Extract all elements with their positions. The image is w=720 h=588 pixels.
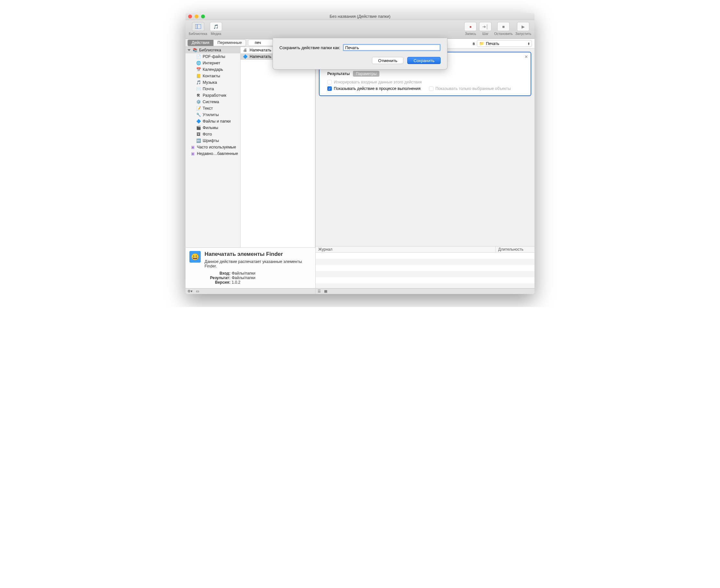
stop-icon: ■ [502, 24, 505, 29]
step-icon: ➔│ [482, 24, 488, 29]
sidebar-smart-frequent[interactable]: ▣Часто используемые [185, 144, 240, 150]
sidebar-item-movies[interactable]: 🎬Фильмы [185, 125, 240, 131]
chevron-updown-icon: ▴▾ [528, 42, 529, 45]
toolbar: Библиотека 🎵 Медиа ● Запись ➔│ Шаг ■ Ост… [185, 20, 535, 39]
folder-select-value: Печать [486, 41, 499, 46]
log-rows [316, 253, 535, 288]
workflow-canvas[interactable]: ✕ Напечатать: Принтер по умолчанию ▴▾ Ре… [316, 48, 535, 246]
sidebar-item-contacts[interactable]: 📒Контакты [185, 73, 240, 79]
printer-icon: 🖨 [242, 47, 248, 53]
folder-smart-icon: ▣ [190, 145, 195, 150]
panel-toggle-icon[interactable]: ▭ [196, 289, 199, 293]
contacts-icon: 📒 [196, 74, 201, 79]
list-view-icon[interactable]: ☰ [318, 289, 321, 293]
workflow-column: в 📁 Печать ▴▾ ✕ Напечатать: [315, 39, 535, 294]
opt-show-label: Показывать действие в процессе выполнени… [334, 86, 421, 91]
log-col-duration[interactable]: Длительность [496, 247, 535, 252]
sidebar-item-music[interactable]: 🎵Музыка [185, 79, 240, 86]
svg-rect-0 [195, 24, 201, 29]
tab-results[interactable]: Результаты [327, 71, 349, 77]
movie-icon: 🎬 [196, 125, 201, 130]
font-icon: 🔤 [196, 138, 201, 143]
log-col-journal[interactable]: Журнал [316, 247, 496, 252]
gear-icon: ⚙️ [196, 99, 201, 104]
sidebar-item-pdf[interactable]: 📄PDF-файлы [185, 54, 240, 60]
sidebar-item-text[interactable]: 📝Текст [185, 105, 240, 111]
sidebar-item-photos[interactable]: 🖼Фото [185, 131, 240, 138]
app-window: Без названия (Действие папки) Библиотека… [185, 13, 535, 294]
info-title: Напечатать элементы Finder [205, 251, 312, 257]
save-sheet: Сохранить действие папки как: Отменить С… [273, 38, 447, 69]
tab-variables[interactable]: Переменные [214, 40, 246, 46]
info-panel: 😀 Напечатать элементы Finder Данное дейс… [185, 247, 315, 288]
globe-icon: 🌐 [196, 61, 201, 66]
calendar-icon: 📅 [196, 67, 201, 72]
finder-icon: 🔷 [242, 54, 248, 59]
mail-icon: ✉️ [196, 86, 201, 91]
left-column: Действия Переменные 📚 Библиотека 📄PDF-фа… [185, 39, 315, 294]
folder-smart-icon: ▣ [190, 151, 195, 156]
sidebar-item-mail[interactable]: ✉️Почта [185, 86, 240, 92]
chevron-down-icon [187, 49, 191, 51]
media-button[interactable]: 🎵 [210, 22, 222, 31]
utilities-icon: 🔧 [196, 112, 201, 118]
save-button[interactable]: Сохранить [407, 57, 441, 64]
sidebar-item-internet[interactable]: 🌐Интернет [185, 60, 240, 66]
tab-actions[interactable]: Действия [188, 40, 214, 46]
checkbox-show-action[interactable] [327, 86, 332, 91]
play-icon: ▶ [522, 24, 525, 29]
grid-view-icon[interactable]: ▦ [324, 289, 327, 293]
checkbox-ignore-input [327, 80, 332, 84]
sidebar-smart-recent[interactable]: ▣Недавно…бавленные [185, 150, 240, 157]
window-title: Без названия (Действие папки) [185, 14, 535, 19]
save-sheet-label: Сохранить действие папки как: [279, 45, 340, 50]
sidebar-root-label: Библиотека [199, 48, 221, 52]
tab-parameters[interactable]: Параметры [353, 71, 379, 77]
finder-icon: 😀 [189, 251, 201, 262]
close-icon[interactable]: ✕ [524, 54, 528, 59]
receives-label: в [473, 41, 475, 46]
sidebar-item-developer[interactable]: 🛠Разработчик [185, 92, 240, 99]
library-icon: 📚 [192, 47, 198, 53]
sidebar-item-system[interactable]: ⚙️Система [185, 99, 240, 105]
tools-icon: 🛠 [196, 93, 201, 98]
library-label: Библиотека [189, 32, 207, 36]
category-sidebar: 📚 Библиотека 📄PDF-файлы 🌐Интернет 📅Кален… [185, 47, 241, 247]
gear-icon[interactable]: ⚙︎▾ [187, 289, 193, 293]
main-area: Действия Переменные 📚 Библиотека 📄PDF-фа… [185, 39, 535, 294]
step-label: Шаг [482, 32, 488, 36]
sidebar-icon [195, 24, 201, 29]
sidebar-root[interactable]: 📚 Библиотека [185, 47, 240, 54]
media-icon: 🎵 [213, 24, 219, 29]
save-name-input[interactable] [343, 44, 441, 51]
cancel-button[interactable]: Отменить [372, 57, 403, 64]
actions-list: 🖨 Напечатать 🔷 Напечатать [241, 47, 315, 247]
opt-ignore-label: Игнорировать входные данные этого действ… [334, 80, 422, 84]
step-button[interactable]: ➔│ [479, 22, 492, 31]
opt-selected-label: Показывать только выбранные объекты [436, 86, 511, 91]
sidebar-item-utilities[interactable]: 🔧Утилиты [185, 111, 240, 118]
info-description: Данное действие распечатает указанные эл… [205, 259, 312, 269]
run-label: Запустить [515, 32, 531, 36]
pdf-icon: 📄 [196, 54, 201, 59]
right-statusbar: ☰ ▦ [316, 288, 535, 294]
sidebar-item-calendar[interactable]: 📅Календарь [185, 66, 240, 73]
left-statusbar: ⚙︎▾ ▭ [185, 288, 315, 294]
run-button[interactable]: ▶ [517, 22, 529, 31]
text-icon: 📝 [196, 106, 201, 111]
folder-select[interactable]: 📁 Печать ▴▾ [477, 40, 532, 47]
sidebar-item-files[interactable]: 🔷Файлы и папки [185, 118, 240, 125]
titlebar: Без названия (Действие папки) [185, 13, 535, 20]
checkbox-selected-only [429, 86, 434, 91]
library-tabs: Действия Переменные [187, 39, 246, 46]
media-label: Медиа [211, 32, 221, 36]
record-icon: ● [469, 24, 472, 29]
music-icon: 🎵 [196, 80, 201, 85]
finder-icon: 🔷 [196, 119, 201, 124]
folder-icon: 📁 [479, 41, 484, 46]
library-toggle-button[interactable] [192, 22, 204, 31]
sidebar-item-fonts[interactable]: 🔤Шрифты [185, 138, 240, 144]
record-button[interactable]: ● [464, 22, 477, 31]
stop-button[interactable]: ■ [497, 22, 509, 31]
photo-icon: 🖼 [196, 132, 201, 137]
